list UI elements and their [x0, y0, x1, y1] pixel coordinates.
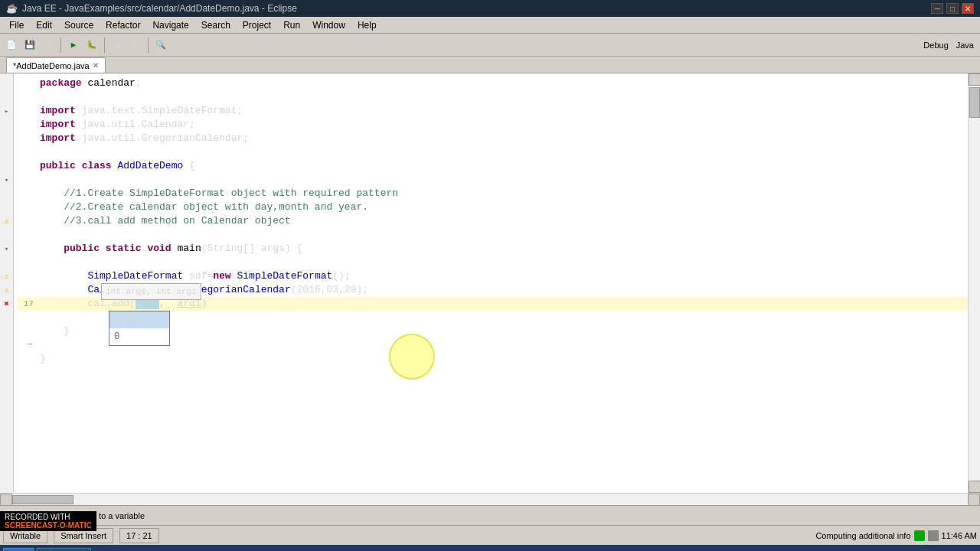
menu-bar: File Edit Source Refactor Navigate Searc… — [0, 17, 980, 34]
vertical-scrollbar[interactable]: ▲ ▼ — [968, 73, 980, 493]
autocomplete-value-0: 0 — [109, 328, 169, 345]
collapse-icon-imports[interactable]: ▸ — [0, 104, 13, 118]
code-line-blank1 — [17, 90, 968, 104]
toolbar-sep-1 — [60, 37, 61, 53]
code-line-blank5 — [17, 256, 968, 269]
code-line-import3: import java.util.GregorianCalendar; — [17, 132, 968, 145]
menu-help[interactable]: Help — [351, 17, 383, 33]
param-tooltip: int arg0, int arg1 — [101, 283, 201, 300]
code-line-sdf: SimpleDateFormat sdf=new SimpleDateForma… — [17, 269, 968, 283]
position-label: 17 : 21 — [126, 531, 152, 540]
code-line-import2: import java.util.Calendar; — [17, 118, 968, 132]
title-bar-controls: ─ □ ✕ — [931, 3, 974, 14]
status-indicator-green — [914, 530, 925, 541]
start-button[interactable]: Start — [3, 548, 34, 551]
code-line-comment3: //3.call add method on Calendar object — [17, 214, 968, 228]
status-bar: Writable Smart Insert 17 : 21 Computing … — [0, 525, 980, 545]
scroll-down-button[interactable]: ▼ — [969, 481, 980, 493]
code-line-class: public class AddDateDemo { — [17, 159, 968, 173]
close-button[interactable]: ✕ — [962, 3, 974, 14]
new-button[interactable]: 📄 — [3, 37, 20, 54]
menu-navigate[interactable]: Navigate — [146, 17, 194, 33]
menu-refactor[interactable]: Refactor — [100, 17, 146, 33]
toolbar: 📄 💾 🖨 ▶ 🐛 ◀ ▶ 🔍 Debug Java — [0, 34, 980, 57]
scroll-left-button[interactable]: ◀ — [0, 494, 12, 506]
code-line-blank3 — [17, 173, 968, 187]
scroll-thumb[interactable] — [969, 87, 980, 118]
h-scroll-track[interactable] — [12, 494, 968, 505]
writable-label: Writable — [10, 531, 41, 540]
taskbar-eclipse[interactable]: ☕ Eclipse — [37, 548, 91, 552]
tab-close-icon[interactable]: ✕ — [93, 61, 99, 70]
title-bar-left: ☕ Java EE - JavaExamples/src/calendar/Ad… — [6, 3, 297, 14]
app-icon: ☕ — [6, 3, 18, 14]
scroll-right-button[interactable]: ▶ — [968, 494, 980, 506]
code-line-blank2 — [17, 145, 968, 159]
maximize-button[interactable]: □ — [946, 3, 959, 14]
window-title: Java EE - JavaExamples/src/calendar/AddD… — [22, 3, 297, 14]
warning-icon-1: ⚠ — [0, 214, 13, 228]
status-right: Computing additional info 11:46 AM — [815, 530, 977, 541]
code-line-main: public static void main(String[] args) { — [17, 242, 968, 256]
h-scroll-thumb[interactable] — [12, 495, 74, 504]
autocomplete-item-arg0[interactable]: arg0 — [109, 311, 169, 328]
save-button[interactable]: 💾 — [21, 37, 38, 54]
debug-button[interactable]: 🐛 — [83, 37, 100, 54]
print-button[interactable]: 🖨 — [40, 37, 57, 54]
insert-mode-label: Smart Insert — [60, 531, 106, 540]
search-button[interactable]: 🔍 — [152, 37, 169, 54]
menu-edit[interactable]: Edit — [30, 17, 58, 33]
warning-icon-2: ⚠ — [0, 269, 13, 283]
param-tooltip-text: int arg0, int arg1 — [106, 287, 197, 296]
tab-bar: *AddDateDemo.java ✕ — [0, 57, 980, 73]
menu-run[interactable]: Run — [277, 17, 306, 33]
taskbar: Start ☕ Eclipse 11:46 AM — [0, 545, 980, 551]
code-line-1: package calendar; — [17, 77, 968, 90]
back-button[interactable]: ◀ — [109, 37, 126, 54]
code-line-blank4 — [17, 228, 968, 242]
scroll-track[interactable] — [969, 86, 980, 481]
forward-button[interactable]: ▶ — [127, 37, 144, 54]
menu-window[interactable]: Window — [306, 17, 351, 33]
title-bar: ☕ Java EE - JavaExamples/src/calendar/Ad… — [0, 0, 980, 17]
main-editor-area: ▸ ▾ ⚠ ▾ ⚠ ⚠ ✖ package calendar; import j… — [0, 73, 980, 493]
horizontal-scrollbar-area: ◀ ▶ — [0, 493, 980, 505]
status-message: Computing additional info — [815, 531, 910, 540]
run-button[interactable]: ▶ — [65, 37, 82, 54]
tab-label: *AddDateDemo.java — [13, 61, 90, 70]
bottom-message-bar: arg0 cannot be resolved to a variable — [0, 505, 980, 525]
code-line-current: 17 cal.add(arg0, arg1) int arg0, int arg… — [17, 297, 968, 311]
recording-brand: SCREENCAST-O-MATIC — [5, 521, 92, 530]
editor-tab[interactable]: *AddDateDemo.java ✕ — [6, 57, 106, 73]
java-label: Java — [953, 41, 977, 50]
status-indicator-gray — [928, 530, 939, 541]
code-line-comment1: //1.Create SimpleDateFormat object with … — [17, 187, 968, 201]
toolbar-sep-3 — [148, 37, 149, 53]
editor[interactable]: package calendar; import java.text.Simpl… — [14, 73, 968, 493]
toolbar-sep-2 — [104, 37, 105, 53]
scroll-up-button[interactable]: ▲ — [969, 73, 980, 86]
status-position: 17 : 21 — [119, 528, 159, 543]
left-gutter: ▸ ▾ ⚠ ▾ ⚠ ⚠ ✖ — [0, 73, 14, 493]
menu-source[interactable]: Source — [58, 17, 100, 33]
menu-search[interactable]: Search — [195, 17, 237, 33]
code-line-import1: import java.text.SimpleDateFormat; — [17, 104, 968, 118]
code-line-comment2: //2.Create calendar object with day,mont… — [17, 201, 968, 214]
recorded-with-label: RECORDED WITH — [5, 513, 70, 521]
status-clock: 11:46 AM — [942, 531, 977, 540]
debug-label: Debug — [920, 41, 951, 50]
collapse-icon-method[interactable]: ▾ — [0, 242, 13, 256]
warning-icon-3: ⚠ — [0, 283, 13, 297]
menu-project[interactable]: Project — [237, 17, 277, 33]
error-icon: ✖ — [0, 297, 13, 311]
recording-badge: RECORDED WITH SCREENCAST-O-MATIC — [0, 511, 96, 531]
collapse-icon-class[interactable]: ▾ — [0, 173, 13, 187]
code-line-close-class: } — [17, 352, 968, 366]
menu-file[interactable]: File — [3, 17, 30, 33]
autocomplete-popup[interactable]: arg0 0 — [109, 311, 170, 346]
minimize-button[interactable]: ─ — [931, 3, 943, 14]
